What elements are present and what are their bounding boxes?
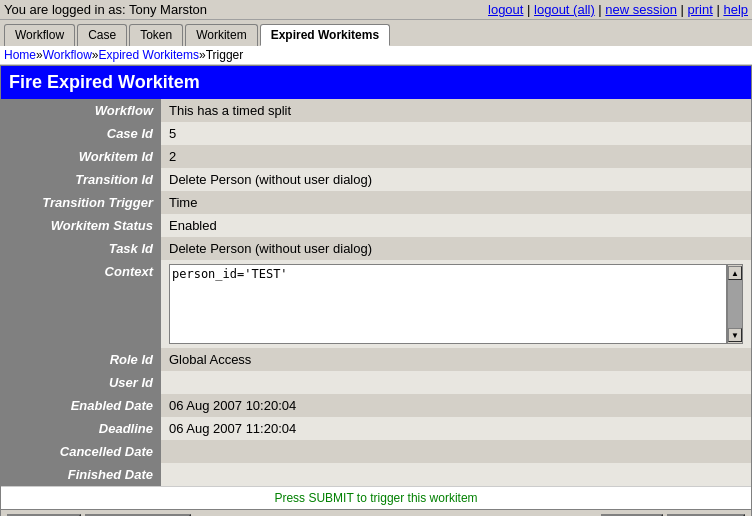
breadcrumb-expired-workitems[interactable]: Expired Workitems (99, 48, 199, 62)
table-row: Transition Id Delete Person (without use… (1, 168, 751, 191)
context-wrapper: person_id='TEST' ▲ ▼ (169, 264, 743, 344)
table-row: Enabled Date 06 Aug 2007 10:20:04 (1, 394, 751, 417)
print-link[interactable]: print (688, 2, 713, 17)
table-row: Context person_id='TEST' ▲ ▼ (1, 260, 751, 348)
bottom-bar: SUBMIT SUBMIT+next COPY CANCEL (1, 509, 751, 516)
scroll-track (728, 280, 742, 328)
tab-expired-workitems[interactable]: Expired Workitems (260, 24, 390, 46)
value-role-id: Global Access (161, 348, 751, 371)
value-workitem-id: 2 (161, 145, 751, 168)
value-cancelled-date (161, 440, 751, 463)
table-row: User Id (1, 371, 751, 394)
value-context: person_id='TEST' ▲ ▼ (161, 260, 751, 348)
label-task-id: Task Id (1, 237, 161, 260)
table-row: Cancelled Date (1, 440, 751, 463)
page-title: Fire Expired Workitem (1, 66, 751, 99)
label-workitem-status: Workitem Status (1, 214, 161, 237)
user-info: You are logged in as: Tony Marston (4, 2, 207, 17)
value-transition-trigger: Time (161, 191, 751, 214)
tab-bar: Workflow Case Token Workitem Expired Wor… (0, 20, 752, 46)
value-user-id (161, 371, 751, 394)
logout-all-link[interactable]: logout (all) (534, 2, 595, 17)
tab-case[interactable]: Case (77, 24, 127, 46)
value-workflow: This has a timed split (161, 99, 751, 122)
tab-token[interactable]: Token (129, 24, 183, 46)
value-case-id: 5 (161, 122, 751, 145)
top-bar: You are logged in as: Tony Marston logou… (0, 0, 752, 20)
label-transition-trigger: Transition Trigger (1, 191, 161, 214)
label-cancelled-date: Cancelled Date (1, 440, 161, 463)
table-row: Workitem Id 2 (1, 145, 751, 168)
breadcrumb-workflow[interactable]: Workflow (43, 48, 92, 62)
main-content: Fire Expired Workitem Workflow This has … (0, 65, 752, 516)
value-deadline: 06 Aug 2007 11:20:04 (161, 417, 751, 440)
data-table: Workflow This has a timed split Case Id … (1, 99, 751, 486)
breadcrumb-current: Trigger (206, 48, 244, 62)
scrollbar: ▲ ▼ (727, 264, 743, 344)
value-task-id: Delete Person (without user dialog) (161, 237, 751, 260)
value-enabled-date: 06 Aug 2007 10:20:04 (161, 394, 751, 417)
table-row: Workflow This has a timed split (1, 99, 751, 122)
tab-workitem[interactable]: Workitem (185, 24, 257, 46)
help-link[interactable]: help (723, 2, 748, 17)
label-case-id: Case Id (1, 122, 161, 145)
breadcrumb: Home»Workflow»Expired Workitems»Trigger (0, 46, 752, 65)
breadcrumb-home[interactable]: Home (4, 48, 36, 62)
scroll-down-arrow[interactable]: ▼ (728, 328, 742, 342)
table-row: Task Id Delete Person (without user dial… (1, 237, 751, 260)
label-user-id: User Id (1, 371, 161, 394)
status-message: Press SUBMIT to trigger this workitem (1, 486, 751, 509)
table-row: Deadline 06 Aug 2007 11:20:04 (1, 417, 751, 440)
label-context: Context (1, 260, 161, 348)
label-role-id: Role Id (1, 348, 161, 371)
value-finished-date (161, 463, 751, 486)
table-row: Workitem Status Enabled (1, 214, 751, 237)
value-transition-id: Delete Person (without user dialog) (161, 168, 751, 191)
new-session-link[interactable]: new session (605, 2, 677, 17)
table-row: Transition Trigger Time (1, 191, 751, 214)
label-workflow: Workflow (1, 99, 161, 122)
table-row: Case Id 5 (1, 122, 751, 145)
label-finished-date: Finished Date (1, 463, 161, 486)
tab-workflow[interactable]: Workflow (4, 24, 75, 46)
table-row: Role Id Global Access (1, 348, 751, 371)
label-enabled-date: Enabled Date (1, 394, 161, 417)
logout-link[interactable]: logout (488, 2, 523, 17)
table-row: Finished Date (1, 463, 751, 486)
context-textarea[interactable]: person_id='TEST' (169, 264, 727, 344)
value-workitem-status: Enabled (161, 214, 751, 237)
top-links: logout | logout (all) | new session | pr… (488, 2, 748, 17)
label-transition-id: Transition Id (1, 168, 161, 191)
label-deadline: Deadline (1, 417, 161, 440)
label-workitem-id: Workitem Id (1, 145, 161, 168)
scroll-up-arrow[interactable]: ▲ (728, 266, 742, 280)
